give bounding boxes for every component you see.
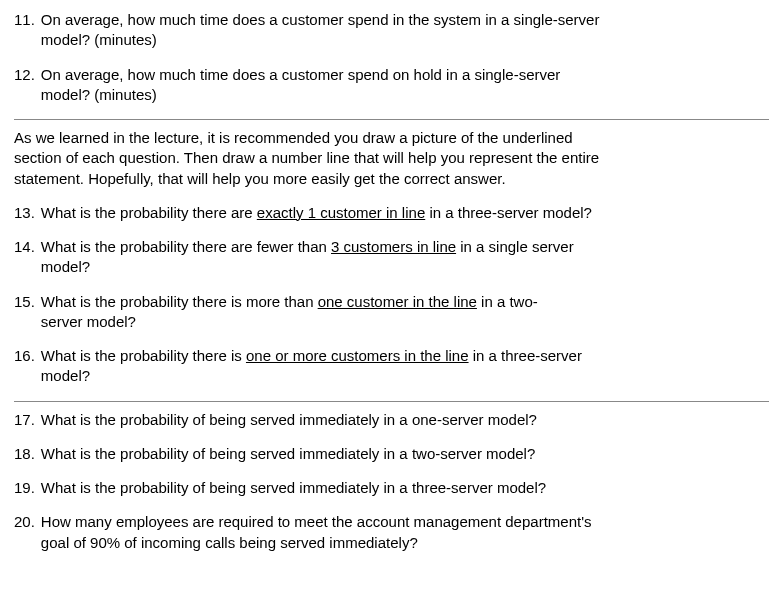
question-11: 11. On average, how much time does a cus… <box>14 10 769 51</box>
question-text-post: in a three-server <box>469 347 582 364</box>
question-number: 16. <box>14 346 41 387</box>
underlined-phrase: one or more customers in the line <box>246 347 469 364</box>
question-13: 13. What is the probability there are ex… <box>14 203 769 223</box>
question-text-post: in a two- <box>477 293 538 310</box>
question-text: On average, how much time does a custome… <box>41 65 769 106</box>
question-line: model? <box>41 258 90 275</box>
question-text: What is the probability there are exactl… <box>41 203 769 223</box>
question-12: 12. On average, how much time does a cus… <box>14 65 769 106</box>
question-text-pre: What is the probability there are fewer … <box>41 238 331 255</box>
question-text: What is the probability there is one or … <box>41 346 769 387</box>
question-19: 19. What is the probability of being ser… <box>14 478 769 498</box>
question-18: 18. What is the probability of being ser… <box>14 444 769 464</box>
underlined-phrase: 3 customers in line <box>331 238 456 255</box>
instruction-line: section of each question. Then draw a nu… <box>14 149 599 166</box>
question-text: What is the probability of being served … <box>41 444 769 464</box>
question-line: model? (minutes) <box>41 31 157 48</box>
question-text-pre: What is the probability there are <box>41 204 257 221</box>
question-17: 17. What is the probability of being ser… <box>14 410 769 430</box>
question-line: server model? <box>41 313 136 330</box>
question-line: On average, how much time does a custome… <box>41 11 600 28</box>
underlined-phrase: one customer in the line <box>318 293 477 310</box>
question-number: 14. <box>14 237 41 278</box>
question-text: On average, how much time does a custome… <box>41 10 769 51</box>
question-number: 13. <box>14 203 41 223</box>
question-text: What is the probability there are fewer … <box>41 237 769 278</box>
question-text: What is the probability of being served … <box>41 410 769 430</box>
question-text-post: in a single server <box>456 238 574 255</box>
question-20: 20. How many employees are required to m… <box>14 512 769 553</box>
instruction-paragraph: As we learned in the lecture, it is reco… <box>14 128 769 189</box>
question-number: 11. <box>14 10 41 51</box>
question-text: What is the probability there is more th… <box>41 292 769 333</box>
question-line: model? <box>41 367 90 384</box>
instruction-line: As we learned in the lecture, it is reco… <box>14 129 573 146</box>
question-text: What is the probability of being served … <box>41 478 769 498</box>
section-divider <box>14 401 769 402</box>
underlined-phrase: exactly 1 customer in line <box>257 204 425 221</box>
question-text-pre: What is the probability there is more th… <box>41 293 318 310</box>
question-number: 19. <box>14 478 41 498</box>
section-divider <box>14 119 769 120</box>
question-number: 18. <box>14 444 41 464</box>
instruction-line: statement. Hopefully, that will help you… <box>14 170 506 187</box>
question-14: 14. What is the probability there are fe… <box>14 237 769 278</box>
question-number: 17. <box>14 410 41 430</box>
question-number: 20. <box>14 512 41 553</box>
question-number: 15. <box>14 292 41 333</box>
question-text: How many employees are required to meet … <box>41 512 769 553</box>
question-line: goal of 90% of incoming calls being serv… <box>41 534 418 551</box>
question-number: 12. <box>14 65 41 106</box>
question-text-post: in a three-server model? <box>425 204 592 221</box>
question-15: 15. What is the probability there is mor… <box>14 292 769 333</box>
question-line: model? (minutes) <box>41 86 157 103</box>
question-line: How many employees are required to meet … <box>41 513 592 530</box>
question-text-pre: What is the probability there is <box>41 347 246 364</box>
question-16: 16. What is the probability there is one… <box>14 346 769 387</box>
question-line: On average, how much time does a custome… <box>41 66 560 83</box>
